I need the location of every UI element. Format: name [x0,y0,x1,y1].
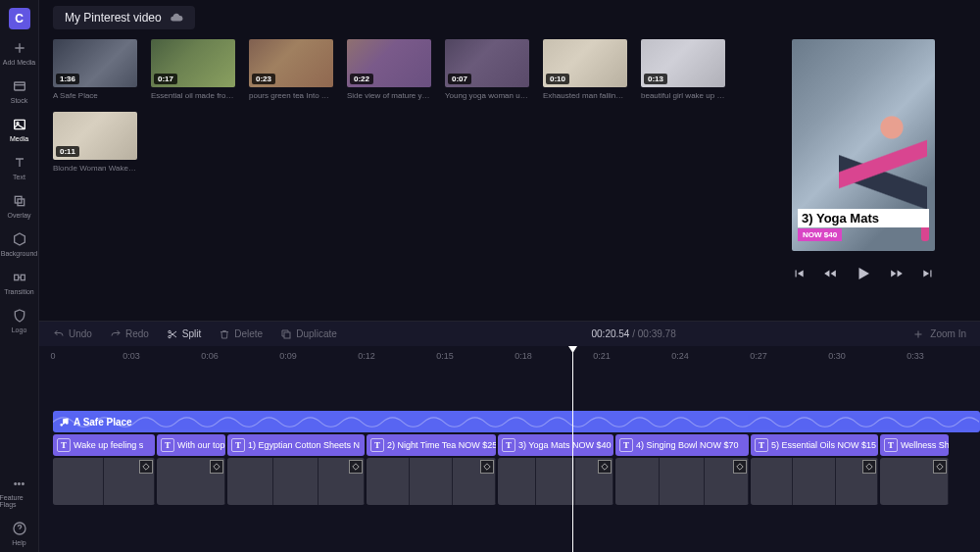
video-clip[interactable] [880,458,949,505]
media-item[interactable]: 1:36 A Safe Place [53,39,137,100]
sidebar-item-overlay[interactable]: Overlay [0,186,39,225]
ruler-tick: 0:24 [671,351,689,361]
media-caption: pours green tea Into a Cup [249,91,333,100]
media-duration-badge: 1:36 [56,74,79,84]
media-thumbnail: 0:17 [151,39,235,87]
media-duration-badge: 0:17 [154,74,177,84]
text-icon [11,154,28,172]
video-clip[interactable] [498,458,613,505]
skip-end-icon[interactable] [921,267,935,280]
media-duration-badge: 0:23 [252,74,275,84]
media-thumbnail: 0:23 [249,39,333,87]
media-duration-badge: 0:13 [644,74,667,84]
text-clip[interactable]: T2) Night Time Tea NOW $25 [367,434,496,456]
redo-button[interactable]: Redo [110,328,149,340]
transition-handle-icon[interactable] [480,460,494,474]
transition-handle-icon[interactable] [139,460,153,474]
trash-icon [219,328,230,340]
text-clip[interactable]: TWake up feeling s [53,434,155,456]
sidebar-item-stock[interactable]: Stock [0,72,39,110]
transition-handle-icon[interactable] [862,460,876,474]
preview-panel: 3) Yoga Mats NOW $40 [764,35,980,321]
audio-clip[interactable]: A Safe Place [53,411,980,432]
sidebar-item-add-media[interactable]: Add Media [0,33,39,72]
sidebar-item-background[interactable]: Background [0,225,39,263]
transition-handle-icon[interactable] [733,460,747,474]
background-icon [11,230,28,248]
media-duration-badge: 0:07 [448,74,471,84]
split-button[interactable]: Split [167,328,201,340]
media-thumbnail: 0:11 [53,112,137,160]
project-title[interactable]: My Pinterest video [53,6,195,29]
delete-button[interactable]: Delete [219,328,263,340]
transition-handle-icon[interactable] [933,460,947,474]
play-button[interactable] [855,265,872,282]
text-clip-label: 5) Essential Oils NOW $15 [771,440,876,450]
media-item[interactable]: 0:23 pours green tea Into a Cup [249,39,333,100]
video-clip[interactable] [53,458,155,505]
timeline-ruler[interactable]: 00:030:060:090:120:150:180:210:240:270:3… [53,346,980,364]
media-item[interactable]: 0:10 Exhausted man falling a... [543,39,627,100]
duplicate-button[interactable]: Duplicate [280,328,337,340]
video-frame-thumb [367,458,410,505]
video-clip[interactable] [157,458,225,505]
playhead[interactable] [572,346,573,552]
sidebar-item-logo[interactable]: Logo [0,301,39,339]
svg-point-9 [169,335,172,338]
text-icon: T [619,438,633,452]
sidebar-item-label: Logo [12,326,27,333]
sidebar-item-transition[interactable]: Transition [0,263,39,301]
ruler-tick: 0:09 [279,351,297,361]
video-clip[interactable] [615,458,749,505]
skip-start-icon[interactable] [792,267,806,280]
text-clip[interactable]: TWith our top 5 pr [157,434,225,456]
sidebar-item-label: Transition [4,288,33,295]
preview-frame[interactable]: 3) Yoga Mats NOW $40 [792,39,935,251]
sidebar-item-media[interactable]: Media [0,110,39,148]
media-panel: 1:36 A Safe Place 0:17 Essential oil mad… [39,35,764,321]
text-clip[interactable]: T3) Yoga Mats NOW $40 [498,434,613,456]
sidebar-item-help[interactable]: Help [0,514,39,552]
video-frame-thumb [498,458,536,505]
video-frame-thumb [410,458,453,505]
media-item[interactable]: 0:22 Side view of mature yog... [347,39,431,100]
sidebar-item-label: Background [1,250,37,257]
audio-track: A Safe Place [53,411,980,432]
text-icon: T [884,438,898,452]
button-label: Redo [125,328,149,339]
button-label: Undo [69,328,92,339]
text-clip[interactable]: T4) Singing Bowl NOW $70 [615,434,749,456]
timeline[interactable]: 00:030:060:090:120:150:180:210:240:270:3… [39,346,980,552]
sidebar-item-feature-flags[interactable]: ••• Feature Flags [0,469,39,514]
text-clip[interactable]: T5) Essential Oils NOW $15 [751,434,878,456]
transition-handle-icon[interactable] [598,460,612,474]
text-icon: T [231,438,245,452]
audio-clip-label: A Safe Place [74,417,132,427]
media-item[interactable]: 0:17 Essential oil made from... [151,39,235,100]
text-clip[interactable]: TWellness Sh [880,434,949,456]
project-title-text: My Pinterest video [65,11,162,25]
media-item[interactable]: 0:11 Blonde Woman Wake U... [53,112,137,173]
media-thumbnail: 0:10 [543,39,627,87]
video-clip[interactable] [751,458,878,505]
timecode-display: 00:20.54 / 00:39.78 [355,328,912,339]
transition-handle-icon[interactable] [349,460,363,474]
rewind-icon[interactable] [823,267,837,280]
zoom-in-button[interactable]: Zoom In [912,328,966,340]
media-item[interactable]: 0:07 Young yoga woman usin... [445,39,529,100]
svg-rect-0 [14,82,24,90]
text-clip-label: 4) Singing Bowl NOW $70 [636,440,739,450]
cloud-sync-icon [170,11,183,25]
text-track: TWake up feeling sTWith our top 5 prT1) … [53,434,980,456]
video-clip[interactable] [227,458,365,505]
video-clip[interactable] [367,458,496,505]
sidebar-item-text[interactable]: Text [0,148,39,186]
transition-handle-icon[interactable] [210,460,223,474]
app-logo[interactable]: C [9,8,30,29]
fast-forward-icon[interactable] [890,267,904,280]
media-item[interactable]: 0:13 beautiful girl wake up a... [641,39,725,100]
video-track [53,458,980,505]
undo-button[interactable]: Undo [53,328,92,340]
text-icon: T [57,438,71,452]
text-clip[interactable]: T1) Egyptian Cotton Sheets N [227,434,365,456]
